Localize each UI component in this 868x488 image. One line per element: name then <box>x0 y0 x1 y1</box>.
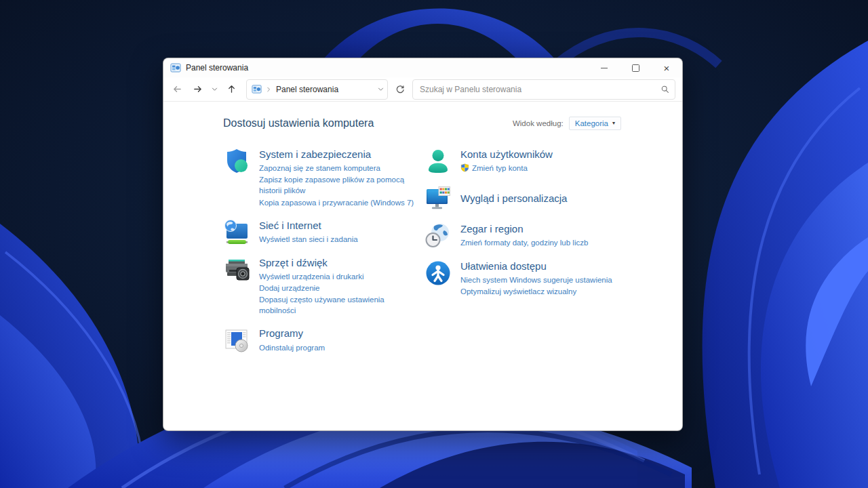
address-dropdown-icon[interactable] <box>377 85 384 93</box>
back-arrow-icon <box>172 84 182 94</box>
category-title[interactable]: System i zabezpieczenia <box>259 148 420 160</box>
refresh-button[interactable] <box>391 80 410 99</box>
search-input[interactable] <box>418 84 660 95</box>
task-link[interactable]: Zmień typ konta <box>460 163 553 174</box>
task-link[interactable]: Zapisz kopie zapasowe plików za pomocą h… <box>259 174 420 196</box>
titlebar[interactable]: Panel sterowania × <box>163 58 682 77</box>
refresh-icon <box>395 85 405 94</box>
control-panel-home: Dostosuj ustawienia komputera Widok wedł… <box>163 102 682 430</box>
view-by-value: Kategoria <box>575 119 608 127</box>
close-icon: × <box>664 63 670 73</box>
clock-icon[interactable] <box>425 222 452 249</box>
minimize-icon <box>601 68 608 68</box>
category-title[interactable]: Zegar i region <box>460 223 588 235</box>
window-title: Panel sterowania <box>186 63 248 73</box>
chevron-down-icon <box>211 85 218 93</box>
recent-pages-button[interactable] <box>208 80 220 99</box>
navigation-toolbar: Panel sterowania <box>163 77 682 102</box>
view-by-dropdown[interactable]: Kategoria ▾ <box>569 117 621 130</box>
task-link[interactable]: Zmień formaty daty, godziny lub liczb <box>460 237 588 248</box>
user-icon[interactable] <box>425 148 452 175</box>
programs-icon[interactable] <box>223 327 250 354</box>
task-link[interactable]: Dopasuj często używane ustawienia mobiln… <box>259 294 420 316</box>
category-title[interactable]: Ułatwienia dostępu <box>460 260 612 272</box>
category-title[interactable]: Sieć i Internet <box>259 220 358 231</box>
up-arrow-icon <box>226 84 237 94</box>
shield-icon[interactable] <box>223 148 250 175</box>
close-button[interactable]: × <box>651 58 682 77</box>
breadcrumb[interactable]: Panel sterowania <box>276 85 338 94</box>
maximize-button[interactable] <box>620 58 651 77</box>
category-hardware: Sprzęt i dźwiękWyświetl urządzenia i dru… <box>223 256 425 317</box>
hardware-icon[interactable] <box>223 256 250 283</box>
category-clock: Zegar i regionZmień formaty daty, godzin… <box>425 222 648 249</box>
task-link[interactable]: Wyświetl urządzenia i drukarki <box>259 271 420 282</box>
forward-button[interactable] <box>188 80 207 99</box>
category-title[interactable]: Konta użytkowników <box>460 148 553 160</box>
task-link[interactable]: Kopia zapasowa i przywracanie (Windows 7… <box>259 197 420 208</box>
caret-down-icon: ▾ <box>612 121 615 126</box>
address-bar[interactable]: Panel sterowania <box>246 79 388 100</box>
category-accessibility: Ułatwienia dostępuNiech system Windows s… <box>425 260 648 298</box>
uac-shield-icon <box>460 163 469 172</box>
category-user: Konta użytkowników Zmień typ konta <box>425 148 648 175</box>
search-box[interactable] <box>412 79 675 100</box>
search-icon[interactable] <box>660 85 669 94</box>
task-link[interactable]: Zapoznaj się ze stanem komputera <box>259 163 420 174</box>
category-title[interactable]: Sprzęt i dźwięk <box>259 257 420 268</box>
up-button[interactable] <box>222 80 241 99</box>
network-icon[interactable] <box>223 219 250 246</box>
category-title[interactable]: Wygląd i personalizacja <box>460 192 567 204</box>
page-title: Dostosuj ustawienia komputera <box>223 117 374 129</box>
forward-arrow-icon <box>193 84 203 94</box>
control-panel-window: Panel sterowania × Panel sterowania <box>163 58 683 431</box>
control-panel-icon <box>252 84 262 94</box>
category-column-left: System i zabezpieczeniaZapoznaj się ze s… <box>223 148 425 364</box>
back-button[interactable] <box>167 80 186 99</box>
category-programs: ProgramyOdinstaluj program <box>223 327 425 354</box>
task-link[interactable]: Niech system Windows sugeruje ustawienia <box>460 274 612 285</box>
personalization-icon[interactable] <box>425 185 452 212</box>
view-by-label: Widok według: <box>513 119 564 127</box>
task-link[interactable]: Optymalizuj wyświetlacz wizualny <box>460 286 612 297</box>
accessibility-icon[interactable] <box>425 260 452 287</box>
task-link[interactable]: Odinstaluj program <box>259 342 325 353</box>
category-network: Sieć i InternetWyświetl stan sieci i zad… <box>223 219 425 246</box>
breadcrumb-chevron-icon <box>265 86 272 93</box>
control-panel-icon <box>170 62 181 73</box>
minimize-button[interactable] <box>589 58 620 77</box>
category-column-right: Konta użytkowników Zmień typ konta Wyglą… <box>425 148 648 364</box>
category-title[interactable]: Programy <box>259 327 325 339</box>
category-shield: System i zabezpieczeniaZapoznaj się ze s… <box>223 148 425 209</box>
maximize-icon <box>632 64 639 72</box>
task-link[interactable]: Dodaj urządzenie <box>259 283 420 293</box>
task-link[interactable]: Wyświetl stan sieci i zadania <box>259 234 358 245</box>
category-personalization: Wygląd i personalizacja <box>425 185 648 212</box>
